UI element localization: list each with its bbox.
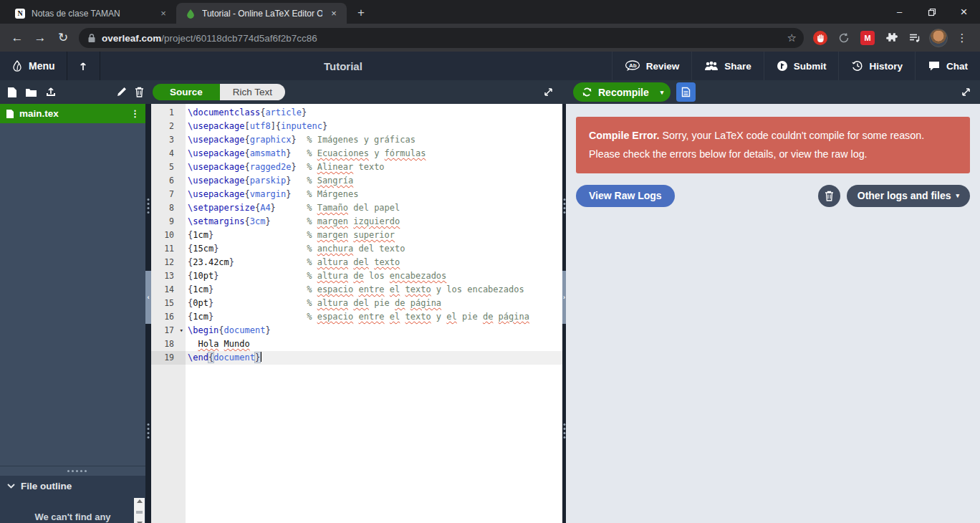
profile-avatar[interactable] — [929, 29, 948, 47]
upload-icon[interactable] — [45, 87, 57, 97]
source-tab[interactable]: Source — [153, 84, 220, 100]
code-token: texto — [353, 162, 384, 172]
code-token: 10pt — [193, 271, 213, 281]
sync-extension-icon[interactable] — [835, 29, 853, 47]
code-text: \usepackage{parskip} % Sangría — [186, 174, 562, 188]
collapse-right-grip[interactable]: › — [562, 271, 566, 324]
menu-button[interactable]: Menu — [0, 52, 67, 80]
code-line-13[interactable]: 13{10pt} % altura de los encabezados — [151, 269, 562, 283]
back-button[interactable]: ← — [7, 28, 27, 48]
code-token: graphicx — [250, 135, 292, 145]
recompile-dropdown-caret[interactable]: ▾ — [656, 82, 671, 102]
restore-button[interactable] — [916, 0, 948, 24]
code-token: del — [353, 257, 369, 267]
code-line-5[interactable]: 5\usepackage{ragged2e} % Alinear texto — [151, 160, 562, 174]
reload-button[interactable]: ↻ — [53, 28, 73, 48]
rich-text-tab[interactable]: Rich Text — [220, 84, 285, 100]
code-line-3[interactable]: 3\usepackage{graphicx} % Imágenes y gráf… — [151, 133, 562, 147]
tab-overleaf[interactable]: Tutorial - Online LaTeX Editor Ov × — [176, 3, 347, 24]
collapse-left-grip[interactable]: ‹ — [145, 271, 151, 324]
code-line-10[interactable]: 10{1cm} % margen superior — [151, 229, 562, 242]
code-line-4[interactable]: 4\usepackage{amsmath} % Ecuaciones y fór… — [151, 147, 562, 160]
history-button[interactable]: History — [838, 52, 915, 80]
view-raw-logs-button[interactable]: View Raw Logs — [576, 185, 675, 207]
code-line-2[interactable]: 2\usepackage[utf8]{inputenc} — [151, 120, 562, 133]
view-pdf-button[interactable] — [676, 82, 696, 102]
code-line-1[interactable]: 1\documentclass{article} — [151, 106, 562, 120]
file-outline-header[interactable]: File outline — [0, 476, 145, 496]
chat-button[interactable]: Chat — [915, 52, 980, 80]
tab-close-icon[interactable]: × — [158, 8, 169, 19]
code-token: de — [353, 271, 363, 281]
fold-caret-icon[interactable]: ▾ — [180, 324, 183, 337]
share-button[interactable]: Share — [691, 52, 764, 80]
scroll-up-icon[interactable] — [137, 499, 143, 503]
code-token — [400, 312, 405, 322]
recompile-button[interactable]: Recompile — [573, 87, 656, 98]
code-token: margen — [317, 230, 348, 240]
minimize-button[interactable]: – — [883, 0, 916, 24]
extensions-puzzle-icon[interactable] — [882, 29, 900, 47]
code-line-14[interactable]: 14{1cm} % espacio entre el texto y los e… — [151, 283, 562, 297]
right-panel-divider[interactable]: › — [562, 104, 566, 523]
tab-close-icon[interactable]: × — [328, 8, 340, 19]
line-number: 18 — [151, 337, 186, 351]
pdf-fullscreen-icon[interactable] — [961, 87, 971, 97]
outline-scrollbar[interactable] — [134, 498, 145, 523]
code-token — [218, 244, 307, 254]
code-line-8[interactable]: 8\setpapersize{A4} % Tamaño del papel — [151, 201, 562, 215]
other-logs-button[interactable]: Other logs and files ▾ — [847, 185, 970, 207]
code-line-18[interactable]: 18 Hola Mundo — [151, 337, 562, 351]
line-number: 12 — [151, 256, 186, 269]
new-file-icon[interactable] — [7, 87, 17, 98]
line-number: 10 — [151, 229, 186, 242]
code-token: \usepackage — [188, 162, 244, 172]
address-bar[interactable]: overleaf.com/project/60118dcb774d5af6f2b… — [79, 28, 804, 48]
code-line-19[interactable]: 19\end{document} — [151, 351, 562, 365]
code-line-11[interactable]: 11{15cm} % anchura del texto — [151, 242, 562, 256]
scroll-thumb[interactable] — [136, 511, 143, 514]
code-token: \setpapersize — [188, 203, 255, 213]
review-button[interactable]: Ab Review — [612, 52, 692, 80]
submit-button[interactable]: Submit — [764, 52, 839, 80]
code-line-6[interactable]: 6\usepackage{parskip} % Sangría — [151, 174, 562, 188]
tab-notion[interactable]: N Notas de clase TAMAN × — [6, 3, 176, 24]
code-token: \usepackage — [188, 189, 244, 199]
new-tab-button[interactable]: + — [351, 3, 371, 23]
rename-pencil-icon[interactable] — [116, 87, 127, 97]
browser-window: N Notas de clase TAMAN × Tutorial - Onli… — [0, 0, 980, 523]
code-line-16[interactable]: 16{1cm} % espacio entre el texto y el pi… — [151, 310, 562, 324]
delete-trash-icon[interactable] — [135, 87, 144, 97]
code-line-15[interactable]: 15{0pt} % altura del pie de página — [151, 297, 562, 310]
code-line-17[interactable]: 17▾\begin{document} — [151, 324, 562, 337]
code-token: % — [307, 203, 317, 213]
new-folder-icon[interactable] — [25, 87, 37, 97]
code-token: del — [353, 298, 369, 308]
code-token: pie — [369, 298, 395, 308]
outline-resize-handle[interactable] — [0, 466, 145, 476]
file-item-main-tex[interactable]: main.tex ⋮ — [0, 104, 145, 123]
code-editor[interactable]: 1\documentclass{article}2\usepackage[utf… — [151, 104, 562, 523]
close-window-button[interactable]: × — [948, 0, 980, 24]
code-token: % — [307, 284, 317, 294]
code-token — [292, 189, 307, 199]
file-menu-icon[interactable]: ⋮ — [130, 108, 140, 119]
code-line-7[interactable]: 7\usepackage{vmargin} % Márgenes — [151, 188, 562, 201]
clear-cache-button[interactable] — [818, 185, 840, 207]
line-number: 8 — [151, 201, 186, 215]
code-line-9[interactable]: 9\setmargins{3cm} % margen izquierdo — [151, 215, 562, 229]
forward-button[interactable]: → — [30, 28, 50, 48]
back-to-projects-button[interactable] — [67, 52, 100, 80]
bookmark-star-icon[interactable]: ☆ — [787, 32, 797, 44]
code-token: utf8 — [250, 121, 271, 131]
media-queue-icon[interactable] — [905, 29, 924, 47]
editor-fullscreen-icon[interactable] — [543, 87, 554, 97]
mega-extension-icon[interactable]: M — [858, 29, 877, 47]
code-line-12[interactable]: 12{23.42cm} % altura del texto — [151, 256, 562, 269]
code-token: 0pt — [193, 298, 208, 308]
browser-toolbar: ← → ↻ overleaf.com/project/60118dcb774d5… — [0, 24, 980, 52]
left-panel-divider[interactable]: ‹ — [145, 104, 151, 523]
line-number: 3 — [151, 133, 186, 147]
adblock-hand-icon[interactable] — [811, 29, 830, 47]
browser-menu-icon[interactable]: ⋮ — [953, 29, 971, 47]
